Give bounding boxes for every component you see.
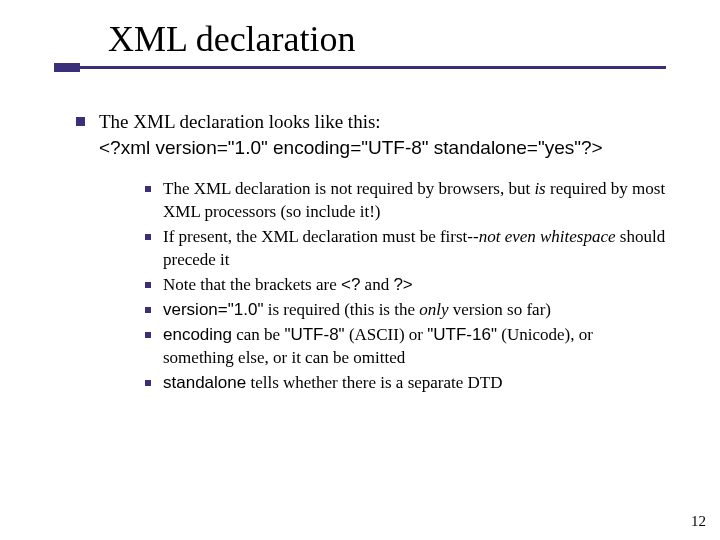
t: can be (232, 325, 284, 344)
square-bullet-icon (145, 307, 151, 313)
t-italic: only (419, 300, 448, 319)
t: tells whether there is a separate DTD (246, 373, 502, 392)
sub-bullet-6: standalone tells whether there is a sepa… (145, 372, 666, 395)
sub-text: If present, the XML declaration must be … (163, 226, 666, 272)
sub-bullet-2: If present, the XML declaration must be … (145, 226, 666, 272)
code: <? (341, 275, 360, 294)
bullet-level1: The XML declaration looks like this: <?x… (76, 109, 666, 397)
code: encoding (163, 325, 232, 344)
square-bullet-icon (145, 186, 151, 192)
code: "UTF-16" (427, 325, 497, 344)
sub-text: standalone tells whether there is a sepa… (163, 372, 666, 395)
sub-bullet-list: The XML declaration is not required by b… (99, 178, 666, 394)
t: The XML declaration is not required by b… (163, 179, 534, 198)
lead-text: The XML declaration looks like this: (99, 111, 381, 132)
sub-bullet-3: Note that the brackets are <? and ?> (145, 274, 666, 297)
sub-bullet-4: version="1.0" is required (this is the o… (145, 299, 666, 322)
page-number: 12 (691, 513, 706, 530)
sub-text: The XML declaration is not required by b… (163, 178, 666, 224)
t-italic: is (534, 179, 545, 198)
sub-bullet-5: encoding can be "UTF-8" (ASCII) or "UTF-… (145, 324, 666, 370)
square-bullet-icon (145, 380, 151, 386)
t: (ASCII) or (345, 325, 428, 344)
t: Note that the brackets are (163, 275, 341, 294)
sub-text: encoding can be "UTF-8" (ASCII) or "UTF-… (163, 324, 666, 370)
square-bullet-icon (145, 332, 151, 338)
square-bullet-icon (145, 234, 151, 240)
t: If present, the XML declaration must be … (163, 227, 479, 246)
code: "UTF-8" (284, 325, 344, 344)
sub-text: version="1.0" is required (this is the o… (163, 299, 666, 322)
t: is required (this is the (263, 300, 419, 319)
slide: XML declaration The XML declaration look… (0, 0, 720, 540)
title-underline (54, 66, 666, 69)
slide-title: XML declaration (108, 18, 720, 60)
square-bullet-icon (76, 117, 85, 126)
code: ?> (393, 275, 412, 294)
sub-bullet-1: The XML declaration is not required by b… (145, 178, 666, 224)
title-wrap: XML declaration (0, 0, 720, 60)
xml-declaration-code: <?xml version="1.0" encoding="UTF-8" sta… (99, 137, 603, 158)
t: and (360, 275, 393, 294)
code: standalone (163, 373, 246, 392)
content-area: The XML declaration looks like this: <?x… (0, 69, 720, 397)
sub-text: Note that the brackets are <? and ?> (163, 274, 666, 297)
t: version so far) (449, 300, 551, 319)
t-italic: not even whitespace (479, 227, 616, 246)
level1-text: The XML declaration looks like this: <?x… (99, 109, 666, 397)
square-bullet-icon (145, 282, 151, 288)
code: version="1.0" (163, 300, 263, 319)
